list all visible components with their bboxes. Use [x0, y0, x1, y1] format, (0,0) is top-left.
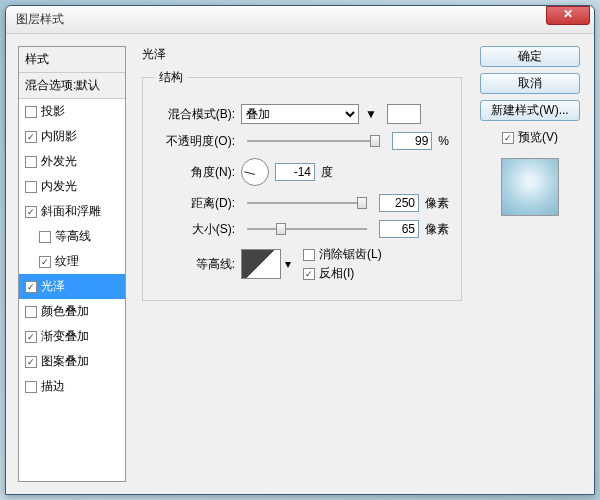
- right-panel: 确定 取消 新建样式(W)... ✓ 预览(V): [478, 46, 582, 482]
- titlebar: 图层样式 ✕: [6, 6, 594, 34]
- checkbox-icon: [25, 106, 37, 118]
- angle-unit: 度: [321, 164, 333, 181]
- style-item[interactable]: 外发光: [19, 149, 125, 174]
- dialog-window: 图层样式 ✕ 样式 混合选项:默认 投影✓内阴影外发光内发光✓斜面和浮雕等高线✓…: [5, 5, 595, 495]
- style-item-label: 外发光: [41, 153, 77, 170]
- opacity-label: 不透明度(O):: [155, 133, 235, 150]
- checkbox-icon: ✓: [25, 281, 37, 293]
- style-item[interactable]: 等高线: [19, 224, 125, 249]
- style-item[interactable]: 内发光: [19, 174, 125, 199]
- style-item[interactable]: ✓图案叠加: [19, 349, 125, 374]
- distance-label: 距离(D):: [155, 195, 235, 212]
- size-unit: 像素: [425, 221, 449, 238]
- opacity-slider[interactable]: [247, 140, 380, 142]
- dropdown-icon: ▼: [365, 107, 377, 121]
- size-row: 大小(S): 像素: [155, 220, 449, 238]
- style-item-label: 图案叠加: [41, 353, 89, 370]
- invert-checkbox[interactable]: ✓ 反相(I): [303, 265, 382, 282]
- contour-label: 等高线:: [155, 256, 235, 273]
- color-swatch[interactable]: [387, 104, 421, 124]
- checkbox-icon: [25, 381, 37, 393]
- style-item-label: 描边: [41, 378, 65, 395]
- checkbox-icon: [39, 231, 51, 243]
- angle-label: 角度(N):: [155, 164, 235, 181]
- style-item-label: 内发光: [41, 178, 77, 195]
- style-item[interactable]: ✓光泽: [19, 274, 125, 299]
- distance-row: 距离(D): 像素: [155, 194, 449, 212]
- style-item[interactable]: ✓内阴影: [19, 124, 125, 149]
- style-item[interactable]: ✓渐变叠加: [19, 324, 125, 349]
- style-item-label: 纹理: [55, 253, 79, 270]
- style-item-label: 等高线: [55, 228, 91, 245]
- style-item-label: 斜面和浮雕: [41, 203, 101, 220]
- blend-mode-row: 混合模式(B): 叠加 ▼: [155, 104, 449, 124]
- chevron-down-icon[interactable]: ▾: [285, 257, 291, 271]
- style-item-label: 光泽: [41, 278, 65, 295]
- distance-unit: 像素: [425, 195, 449, 212]
- style-item-label: 投影: [41, 103, 65, 120]
- styles-list: 样式 混合选项:默认 投影✓内阴影外发光内发光✓斜面和浮雕等高线✓纹理✓光泽颜色…: [18, 46, 126, 482]
- style-item[interactable]: ✓斜面和浮雕: [19, 199, 125, 224]
- preview-checkbox[interactable]: ✓ 预览(V): [502, 129, 558, 146]
- opacity-row: 不透明度(O): %: [155, 132, 449, 150]
- opacity-unit: %: [438, 134, 449, 148]
- checkbox-icon: [25, 156, 37, 168]
- angle-row: 角度(N): 度: [155, 158, 449, 186]
- style-item-label: 颜色叠加: [41, 303, 89, 320]
- new-style-button[interactable]: 新建样式(W)...: [480, 100, 580, 121]
- blending-options-header[interactable]: 混合选项:默认: [19, 73, 125, 99]
- checkbox-icon: [25, 306, 37, 318]
- opacity-input[interactable]: [392, 132, 432, 150]
- checkbox-icon: ✓: [25, 331, 37, 343]
- dialog-content: 样式 混合选项:默认 投影✓内阴影外发光内发光✓斜面和浮雕等高线✓纹理✓光泽颜色…: [6, 34, 594, 494]
- style-item[interactable]: 描边: [19, 374, 125, 399]
- preview-thumbnail: [501, 158, 559, 216]
- styles-header: 样式: [19, 47, 125, 73]
- distance-input[interactable]: [379, 194, 419, 212]
- style-item-label: 内阴影: [41, 128, 77, 145]
- window-title: 图层样式: [16, 11, 546, 28]
- angle-input[interactable]: [275, 163, 315, 181]
- cancel-button[interactable]: 取消: [480, 73, 580, 94]
- checkbox-icon: ✓: [25, 131, 37, 143]
- close-button[interactable]: ✕: [546, 6, 590, 25]
- structure-group: 结构 混合模式(B): 叠加 ▼ 不透明度(O): % 角度(N):: [142, 69, 462, 301]
- blend-mode-select[interactable]: 叠加: [241, 104, 359, 124]
- checkbox-icon: ✓: [502, 132, 514, 144]
- contour-row: 等高线: ▾ 消除锯齿(L) ✓ 反相(I): [155, 246, 449, 282]
- checkbox-icon: ✓: [25, 356, 37, 368]
- style-item[interactable]: 投影: [19, 99, 125, 124]
- checkbox-icon: [303, 249, 315, 261]
- antialias-checkbox[interactable]: 消除锯齿(L): [303, 246, 382, 263]
- size-slider[interactable]: [247, 228, 367, 230]
- distance-slider[interactable]: [247, 202, 367, 204]
- size-label: 大小(S):: [155, 221, 235, 238]
- close-icon: ✕: [563, 7, 573, 21]
- contour-picker[interactable]: [241, 249, 281, 279]
- settings-panel: 光泽 结构 混合模式(B): 叠加 ▼ 不透明度(O): % 角度(N):: [136, 46, 468, 482]
- style-item[interactable]: ✓纹理: [19, 249, 125, 274]
- group-legend: 结构: [155, 69, 187, 86]
- size-input[interactable]: [379, 220, 419, 238]
- checkbox-icon: ✓: [303, 268, 315, 280]
- checkbox-icon: ✓: [39, 256, 51, 268]
- style-item[interactable]: 颜色叠加: [19, 299, 125, 324]
- angle-dial[interactable]: [241, 158, 269, 186]
- checkbox-icon: ✓: [25, 206, 37, 218]
- ok-button[interactable]: 确定: [480, 46, 580, 67]
- style-item-label: 渐变叠加: [41, 328, 89, 345]
- blend-mode-label: 混合模式(B):: [155, 106, 235, 123]
- checkbox-icon: [25, 181, 37, 193]
- section-title: 光泽: [142, 46, 462, 63]
